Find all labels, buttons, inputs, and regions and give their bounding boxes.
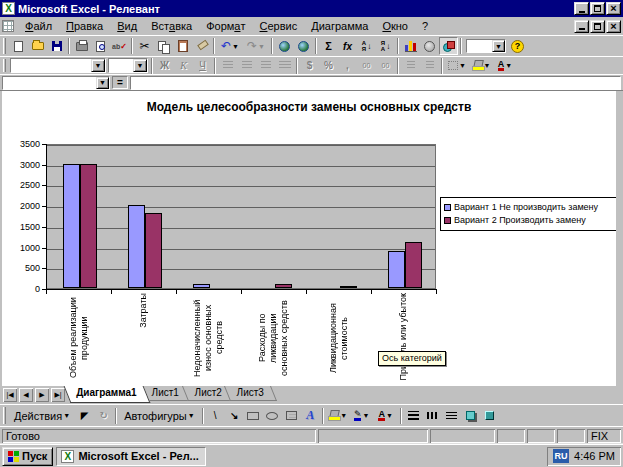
percent-style-button[interactable]: % <box>319 58 338 74</box>
start-button[interactable]: Пуск <box>2 447 53 466</box>
shadow-button[interactable] <box>461 407 480 425</box>
y-axis-label[interactable]: 500 <box>4 263 40 273</box>
decrease-decimal-button[interactable]: 00 <box>376 58 395 74</box>
draw-actions-button[interactable]: Действия▼ <box>9 407 75 425</box>
toolbar-grip[interactable] <box>3 59 6 73</box>
merge-center-button[interactable] <box>275 58 294 74</box>
menu-item-3[interactable]: Вставка <box>144 18 199 34</box>
chart-bar-series2-cat2[interactable] <box>145 213 162 288</box>
menu-item-6[interactable]: Диаграмма <box>304 18 375 34</box>
undo-button[interactable]: ↶▼ <box>217 37 243 55</box>
rectangle-button[interactable] <box>244 407 263 425</box>
print-preview-button[interactable] <box>91 37 110 55</box>
autosum-button[interactable]: Σ <box>319 37 338 55</box>
value-axis-line[interactable] <box>46 144 47 290</box>
fill-color-button[interactable]: ▼ <box>469 58 493 74</box>
cut-button[interactable]: ✂ <box>135 37 154 55</box>
workbook-icon[interactable] <box>2 20 14 32</box>
category-axis-label[interactable]: Объем реализации продукции <box>68 293 90 383</box>
previous-sheet-button[interactable]: ◀ <box>18 387 34 403</box>
insert-hyperlink-button[interactable] <box>275 37 294 55</box>
category-axis-label[interactable]: Недоначисленный износ основных средств <box>192 293 225 383</box>
draw-font-color-button[interactable]: А▼ <box>374 407 398 425</box>
category-axis-label[interactable]: Затраты <box>138 293 149 328</box>
chart-bar-series2-cat4[interactable] <box>275 284 292 288</box>
autoshapes-button[interactable]: Автофигуры▼ <box>119 407 200 425</box>
font-size-dropdown-arrow[interactable]: ▼ <box>133 59 147 72</box>
y-axis-label[interactable]: 0 <box>4 284 40 294</box>
zoom-select[interactable]: ▼ <box>466 39 506 53</box>
increase-indent-button[interactable] <box>420 58 439 74</box>
child-close-button[interactable]: × <box>606 20 621 33</box>
toolbar-grip[interactable] <box>3 407 6 424</box>
print-button[interactable] <box>72 37 91 55</box>
equals-button[interactable]: = <box>112 76 128 89</box>
chart-bar-series2-cat6[interactable] <box>405 242 422 288</box>
italic-button[interactable]: К <box>174 58 193 74</box>
borders-button[interactable]: ▼ <box>445 58 469 74</box>
line-button[interactable]: \ <box>206 407 225 425</box>
y-axis-label[interactable]: 1500 <box>4 222 40 232</box>
bold-button[interactable]: Ж <box>155 58 174 74</box>
spelling-button[interactable]: ab✓ <box>110 37 129 55</box>
taskbar-window-button[interactable]: X Microsoft Excel - Рел... <box>56 447 206 466</box>
menu-item-5[interactable]: Сервис <box>253 18 305 34</box>
align-right-button[interactable] <box>256 58 275 74</box>
restore-button[interactable] <box>590 2 605 15</box>
chart-bar-series2-cat1[interactable] <box>80 164 97 288</box>
clock[interactable]: 4:46 PM <box>574 450 615 462</box>
chart-bar-series2-cat5[interactable] <box>340 286 357 288</box>
font-select[interactable]: ▼ <box>10 58 106 73</box>
y-axis-label[interactable]: 1000 <box>4 243 40 253</box>
chart-bar-series1-cat3[interactable] <box>193 284 210 288</box>
category-axis-label[interactable]: Ликвидационная стоимость <box>328 293 350 383</box>
sort-ascending-button[interactable]: АЯ ↓ <box>357 37 376 55</box>
legend-entry[interactable]: Вариант 2 Производить замену <box>444 214 615 227</box>
chart-sheet[interactable]: Модель целесообразности замены основных … <box>2 91 616 386</box>
font-size-select[interactable]: ▼ <box>108 58 148 73</box>
draw-line-color-button[interactable]: ✎▼ <box>350 407 374 425</box>
oval-button[interactable] <box>263 407 282 425</box>
child-restore-button[interactable] <box>590 20 605 33</box>
free-rotate-button[interactable]: ↻ <box>94 407 113 425</box>
sheet-tab-0[interactable]: Диаграмма1 <box>64 386 151 403</box>
arrow-style-button[interactable] <box>442 407 461 425</box>
zoom-dropdown-arrow[interactable]: ▼ <box>492 40 505 52</box>
map-button[interactable] <box>420 37 439 55</box>
font-dropdown-arrow[interactable]: ▼ <box>91 59 105 72</box>
menu-item-7[interactable]: Окно <box>375 18 415 34</box>
minimize-button[interactable] <box>574 2 589 15</box>
decrease-indent-button[interactable] <box>401 58 420 74</box>
arrow-button[interactable]: ↘ <box>225 407 244 425</box>
y-axis-label[interactable]: 3000 <box>4 160 40 170</box>
save-button[interactable] <box>47 37 66 55</box>
menu-item-0[interactable]: Файл <box>18 18 59 34</box>
first-sheet-button[interactable]: |◀ <box>2 387 18 403</box>
sheet-tab-3[interactable]: Лист3 <box>224 386 277 401</box>
legend-entry[interactable]: Вариант 1 Не производить замену <box>444 201 615 214</box>
formula-input[interactable] <box>130 76 621 90</box>
chart-legend[interactable]: Вариант 1 Не производить заменуВариант 2… <box>440 197 616 231</box>
drawing-toggle-button[interactable] <box>439 37 458 55</box>
menu-item-4[interactable]: Формат <box>199 18 252 34</box>
format-painter-button[interactable] <box>192 37 211 55</box>
align-center-button[interactable] <box>237 58 256 74</box>
plot-area[interactable] <box>46 144 436 289</box>
category-axis-label[interactable]: Прибыль или убыток <box>398 293 409 381</box>
y-axis-label[interactable]: 3500 <box>4 139 40 149</box>
sort-descending-button[interactable]: ЯА ↓ <box>376 37 395 55</box>
wordart-button[interactable]: A <box>301 407 320 425</box>
new-button[interactable] <box>9 37 28 55</box>
currency-style-button[interactable]: $ <box>300 58 319 74</box>
chart-wizard-button[interactable] <box>401 37 420 55</box>
menu-item-8[interactable]: ? <box>415 18 435 34</box>
chart-bar-series1-cat6[interactable] <box>388 251 405 288</box>
text-box-button[interactable] <box>282 407 301 425</box>
increase-decimal-button[interactable]: 00 <box>357 58 376 74</box>
dash-style-button[interactable] <box>423 407 442 425</box>
name-box[interactable]: ▼ <box>2 76 110 90</box>
last-sheet-button[interactable]: ▶| <box>50 387 66 403</box>
select-objects-button[interactable]: ◤ <box>75 407 94 425</box>
category-axis-label[interactable]: Расходы по ликвидации основных средств <box>257 293 290 383</box>
font-color-button[interactable]: А▼ <box>493 58 517 74</box>
